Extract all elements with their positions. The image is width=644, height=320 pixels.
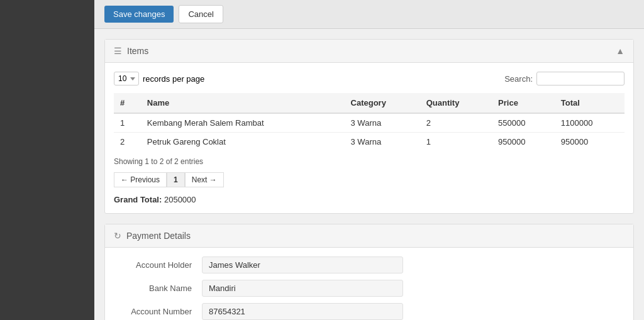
records-per-page-control: 10 25 50 records per page [114,72,204,86]
cell-price: 550000 [492,113,555,133]
cell-price: 950000 [492,133,555,152]
payment-section-title: Payment Details [126,231,191,241]
payment-header-left: ↻ Payment Details [114,231,191,241]
payment-label: Account Holder [114,260,202,270]
cell-name: Kembang Merah Salem Rambat [141,113,345,133]
search-label: Search: [504,74,533,84]
records-per-page-select[interactable]: 10 25 50 [114,72,139,86]
table-controls: 10 25 50 records per page Search: [114,72,625,86]
search-input[interactable] [536,72,625,86]
payment-row: Account Number 87654321 [105,303,633,320]
payment-label: Account Number [114,307,202,316]
cell-quantity: 2 [420,113,492,133]
cancel-button[interactable]: Cancel [179,5,223,23]
cell-num: 2 [114,133,141,152]
items-header-left: ☰ Items [114,46,148,56]
payment-section-header: ↻ Payment Details [105,224,633,248]
items-section-body: 10 25 50 records per page Search: # Name [105,63,633,213]
col-header-num: # [114,93,141,113]
search-container: Search: [504,72,625,86]
cell-total: 950000 [555,133,625,152]
cell-name: Petruk Gareng Coklat [141,133,345,152]
pagination: ← Previous 1 Next → [114,172,625,187]
payment-section-body: Account Holder James Walker Bank Name Ma… [105,248,633,320]
showing-text: Showing 1 to 2 of 2 entries [114,157,625,166]
grand-total: Grand Total: 2050000 [114,195,625,204]
payment-value: 87654321 [202,303,403,320]
col-header-price: Price [492,93,555,113]
cell-total: 1100000 [555,113,625,133]
payment-value: Mandiri [202,280,403,297]
save-button[interactable]: Save changes [104,6,174,23]
items-section-header: ☰ Items ▲ [105,40,633,63]
next-button[interactable]: Next → [185,172,224,187]
list-icon: ☰ [114,46,122,56]
table-row: 1 Kembang Merah Salem Rambat 3 Warna 2 5… [114,113,625,133]
payment-icon: ↻ [114,231,121,241]
table-header-row: # Name Category Quantity Price Total [114,93,625,113]
payment-value: James Walker [202,257,403,273]
payment-row: Bank Name Mandiri [105,280,633,297]
records-per-page-label: records per page [143,74,204,84]
grand-total-label: Grand Total: [114,195,162,204]
collapse-icon[interactable]: ▲ [616,46,625,56]
cell-num: 1 [114,113,141,133]
items-section: ☰ Items ▲ 10 25 50 records per page Sear… [104,39,634,214]
toolbar: Save changes Cancel [94,0,644,29]
items-table: # Name Category Quantity Price Total 1 K… [114,93,625,151]
cell-category: 3 Warna [345,113,420,133]
main-content: Save changes Cancel ☰ Items ▲ 10 25 50 r… [94,0,644,320]
payment-label: Bank Name [114,284,202,293]
cell-quantity: 1 [420,133,492,152]
prev-button[interactable]: ← Previous [114,172,167,187]
col-header-name: Name [141,93,345,113]
payment-section: ↻ Payment Details Account Holder James W… [104,224,634,320]
payment-row: Account Holder James Walker [105,257,633,273]
sidebar [0,0,94,320]
grand-total-value: 2050000 [164,195,196,204]
table-row: 2 Petruk Gareng Coklat 3 Warna 1 950000 … [114,133,625,152]
col-header-category: Category [345,93,420,113]
col-header-total: Total [555,93,625,113]
page-1-button[interactable]: 1 [167,172,185,187]
table-body: 1 Kembang Merah Salem Rambat 3 Warna 2 5… [114,113,625,151]
table-header: # Name Category Quantity Price Total [114,93,625,113]
col-header-quantity: Quantity [420,93,492,113]
cell-category: 3 Warna [345,133,420,152]
items-section-title: Items [127,46,148,56]
